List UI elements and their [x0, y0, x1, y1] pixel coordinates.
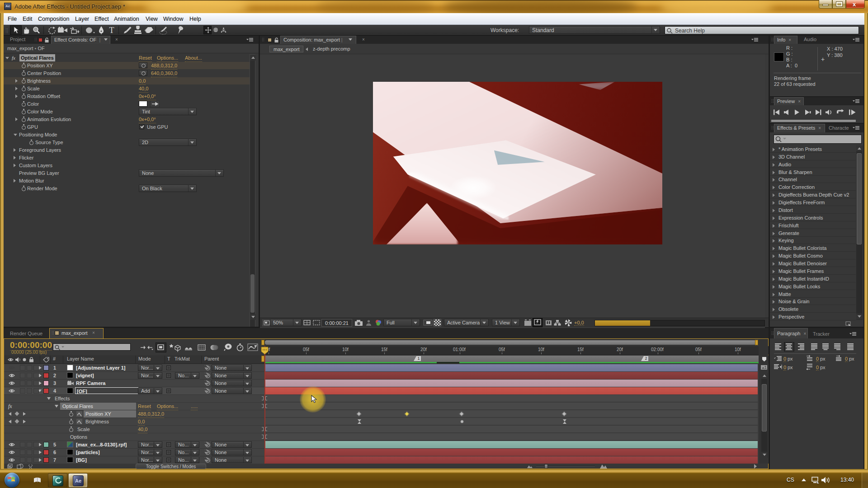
svg-text:fx: fx — [12, 55, 15, 61]
